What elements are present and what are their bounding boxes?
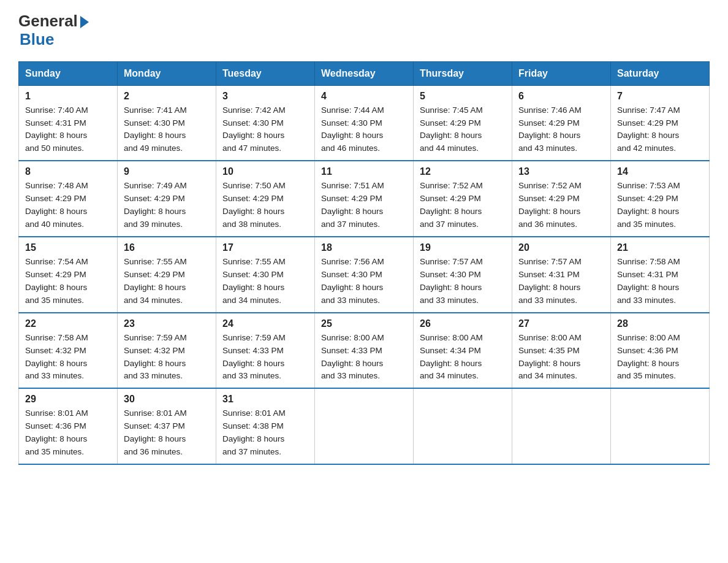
calendar-table: SundayMondayTuesdayWednesdayThursdayFrid… — [18, 61, 710, 465]
day-number: 7 — [617, 91, 703, 102]
day-info: Sunrise: 7:41 AMSunset: 4:30 PMDaylight:… — [124, 104, 210, 156]
day-info: Sunrise: 7:50 AMSunset: 4:29 PMDaylight:… — [222, 180, 308, 231]
header-wednesday: Wednesday — [315, 61, 414, 85]
calendar-cell — [315, 388, 414, 464]
day-number: 16 — [124, 242, 210, 253]
calendar-cell: 28Sunrise: 8:00 AMSunset: 4:36 PMDayligh… — [611, 313, 710, 389]
day-number: 1 — [25, 91, 111, 102]
calendar-cell: 3Sunrise: 7:42 AMSunset: 4:30 PMDaylight… — [216, 85, 315, 161]
day-number: 31 — [222, 394, 308, 405]
day-info: Sunrise: 7:57 AMSunset: 4:31 PMDaylight:… — [518, 256, 604, 307]
day-number: 12 — [420, 166, 506, 177]
calendar-cell: 16Sunrise: 7:55 AMSunset: 4:29 PMDayligh… — [118, 237, 216, 313]
calendar-cell: 6Sunrise: 7:46 AMSunset: 4:29 PMDaylight… — [512, 85, 611, 161]
day-info: Sunrise: 7:48 AMSunset: 4:29 PMDaylight:… — [25, 180, 111, 231]
day-number: 19 — [420, 242, 506, 253]
day-number: 20 — [518, 242, 604, 253]
calendar-cell: 23Sunrise: 7:59 AMSunset: 4:32 PMDayligh… — [118, 313, 216, 389]
day-info: Sunrise: 7:51 AMSunset: 4:29 PMDaylight:… — [321, 180, 407, 231]
day-number: 25 — [321, 318, 407, 329]
logo-blue: Blue — [20, 30, 89, 49]
day-number: 10 — [222, 166, 308, 177]
day-number: 13 — [518, 166, 604, 177]
calendar-cell: 1Sunrise: 7:40 AMSunset: 4:31 PMDaylight… — [19, 85, 118, 161]
week-row-5: 29Sunrise: 8:01 AMSunset: 4:36 PMDayligh… — [19, 388, 710, 464]
calendar-cell: 17Sunrise: 7:55 AMSunset: 4:30 PMDayligh… — [216, 237, 315, 313]
calendar-cell: 27Sunrise: 8:00 AMSunset: 4:35 PMDayligh… — [512, 313, 611, 389]
calendar-cell: 22Sunrise: 7:58 AMSunset: 4:32 PMDayligh… — [19, 313, 118, 389]
header-monday: Monday — [118, 61, 216, 85]
calendar-cell — [512, 388, 611, 464]
day-info: Sunrise: 7:59 AMSunset: 4:32 PMDaylight:… — [124, 332, 210, 383]
day-number: 21 — [617, 242, 703, 253]
day-info: Sunrise: 7:40 AMSunset: 4:31 PMDaylight:… — [25, 104, 111, 156]
calendar-cell: 13Sunrise: 7:52 AMSunset: 4:29 PMDayligh… — [512, 161, 611, 237]
day-number: 27 — [518, 318, 604, 329]
calendar-cell: 14Sunrise: 7:53 AMSunset: 4:29 PMDayligh… — [611, 161, 710, 237]
calendar-cell: 24Sunrise: 7:59 AMSunset: 4:33 PMDayligh… — [216, 313, 315, 389]
header-row: SundayMondayTuesdayWednesdayThursdayFrid… — [19, 61, 710, 85]
day-info: Sunrise: 7:52 AMSunset: 4:29 PMDaylight:… — [420, 180, 506, 231]
calendar-cell: 2Sunrise: 7:41 AMSunset: 4:30 PMDaylight… — [118, 85, 216, 161]
calendar-cell: 12Sunrise: 7:52 AMSunset: 4:29 PMDayligh… — [414, 161, 512, 237]
day-info: Sunrise: 7:58 AMSunset: 4:31 PMDaylight:… — [617, 256, 703, 307]
calendar-cell: 7Sunrise: 7:47 AMSunset: 4:29 PMDaylight… — [611, 85, 710, 161]
logo-arrow-icon — [80, 16, 89, 28]
calendar-cell: 11Sunrise: 7:51 AMSunset: 4:29 PMDayligh… — [315, 161, 414, 237]
logo-general: General — [18, 12, 78, 30]
day-info: Sunrise: 7:52 AMSunset: 4:29 PMDaylight:… — [518, 180, 604, 231]
day-info: Sunrise: 7:54 AMSunset: 4:29 PMDaylight:… — [25, 256, 111, 307]
day-number: 3 — [222, 91, 308, 102]
calendar-cell: 19Sunrise: 7:57 AMSunset: 4:30 PMDayligh… — [414, 237, 512, 313]
calendar-header: SundayMondayTuesdayWednesdayThursdayFrid… — [19, 61, 710, 85]
day-number: 29 — [25, 394, 111, 405]
calendar-cell: 29Sunrise: 8:01 AMSunset: 4:36 PMDayligh… — [19, 388, 118, 464]
day-number: 28 — [617, 318, 703, 329]
calendar-cell: 8Sunrise: 7:48 AMSunset: 4:29 PMDaylight… — [19, 161, 118, 237]
day-number: 8 — [25, 166, 111, 177]
week-row-3: 15Sunrise: 7:54 AMSunset: 4:29 PMDayligh… — [19, 237, 710, 313]
day-number: 11 — [321, 166, 407, 177]
day-number: 2 — [124, 91, 210, 102]
calendar-cell: 26Sunrise: 8:00 AMSunset: 4:34 PMDayligh… — [414, 313, 512, 389]
day-info: Sunrise: 8:00 AMSunset: 4:33 PMDaylight:… — [321, 332, 407, 383]
day-number: 23 — [124, 318, 210, 329]
page-header: General Blue — [18, 12, 710, 49]
header-tuesday: Tuesday — [216, 61, 315, 85]
day-number: 9 — [124, 166, 210, 177]
day-number: 18 — [321, 242, 407, 253]
day-info: Sunrise: 7:53 AMSunset: 4:29 PMDaylight:… — [617, 180, 703, 231]
calendar-body: 1Sunrise: 7:40 AMSunset: 4:31 PMDaylight… — [19, 85, 710, 464]
day-info: Sunrise: 7:46 AMSunset: 4:29 PMDaylight:… — [518, 104, 604, 156]
logo: General Blue — [18, 12, 89, 49]
day-number: 26 — [420, 318, 506, 329]
day-number: 14 — [617, 166, 703, 177]
day-info: Sunrise: 7:44 AMSunset: 4:30 PMDaylight:… — [321, 104, 407, 156]
calendar-cell — [414, 388, 512, 464]
day-number: 22 — [25, 318, 111, 329]
week-row-4: 22Sunrise: 7:58 AMSunset: 4:32 PMDayligh… — [19, 313, 710, 389]
day-number: 5 — [420, 91, 506, 102]
day-info: Sunrise: 7:56 AMSunset: 4:30 PMDaylight:… — [321, 256, 407, 307]
day-number: 6 — [518, 91, 604, 102]
calendar-cell: 9Sunrise: 7:49 AMSunset: 4:29 PMDaylight… — [118, 161, 216, 237]
day-number: 4 — [321, 91, 407, 102]
day-info: Sunrise: 8:00 AMSunset: 4:35 PMDaylight:… — [518, 332, 604, 383]
calendar-cell: 18Sunrise: 7:56 AMSunset: 4:30 PMDayligh… — [315, 237, 414, 313]
day-info: Sunrise: 8:01 AMSunset: 4:37 PMDaylight:… — [124, 407, 210, 459]
day-info: Sunrise: 7:49 AMSunset: 4:29 PMDaylight:… — [124, 180, 210, 231]
day-info: Sunrise: 8:01 AMSunset: 4:38 PMDaylight:… — [222, 407, 308, 459]
calendar-cell — [611, 388, 710, 464]
week-row-1: 1Sunrise: 7:40 AMSunset: 4:31 PMDaylight… — [19, 85, 710, 161]
header-sunday: Sunday — [19, 61, 118, 85]
day-info: Sunrise: 8:00 AMSunset: 4:34 PMDaylight:… — [420, 332, 506, 383]
calendar-cell: 20Sunrise: 7:57 AMSunset: 4:31 PMDayligh… — [512, 237, 611, 313]
day-info: Sunrise: 7:47 AMSunset: 4:29 PMDaylight:… — [617, 104, 703, 156]
day-info: Sunrise: 7:58 AMSunset: 4:32 PMDaylight:… — [25, 332, 111, 383]
calendar-cell: 5Sunrise: 7:45 AMSunset: 4:29 PMDaylight… — [414, 85, 512, 161]
day-number: 30 — [124, 394, 210, 405]
header-saturday: Saturday — [611, 61, 710, 85]
day-info: Sunrise: 7:42 AMSunset: 4:30 PMDaylight:… — [222, 104, 308, 156]
day-info: Sunrise: 7:55 AMSunset: 4:29 PMDaylight:… — [124, 256, 210, 307]
calendar-cell: 21Sunrise: 7:58 AMSunset: 4:31 PMDayligh… — [611, 237, 710, 313]
